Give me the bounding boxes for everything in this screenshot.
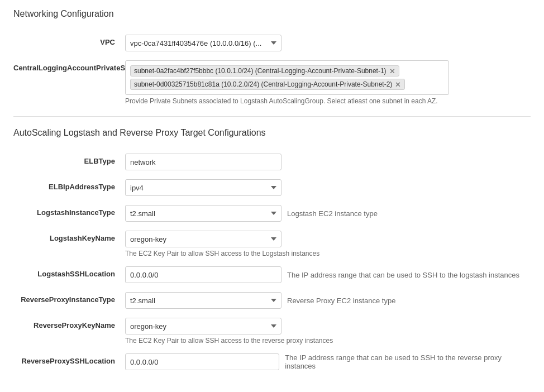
vpc-row: VPC vpc-0ca7431ff4035476e (10.0.0.0/16) …	[13, 35, 531, 51]
elbtype-row: ELBType	[13, 154, 531, 170]
reverseproxy-ssh-hint: The IP address range that can be used to…	[285, 353, 531, 370]
elbtype-input[interactable]	[125, 154, 281, 170]
logstash-keyname-select[interactable]: oregon-key	[125, 231, 281, 247]
subnet-tag-1: subnet-0a2fac4bf27f5bbbc (10.0.1.0/24) (…	[130, 65, 399, 77]
vpc-select[interactable]: vpc-0ca7431ff4035476e (10.0.0.0/16) (...	[125, 35, 281, 51]
logstash-instancetype-control: t2.small t2.medium t2.large t3.small Log…	[125, 205, 531, 222]
reverseproxy-instancetype-select[interactable]: t2.small t2.medium t2.large t3.small	[125, 292, 281, 309]
subnet-tag-2-close[interactable]: ✕	[395, 81, 401, 88]
reverseproxy-keyname-control: oregon-key The EC2 Key Pair to allow SSH…	[125, 318, 531, 345]
elbip-control: ipv4 dualstack	[125, 179, 531, 196]
elbip-label: ELBIpAddressType	[13, 179, 125, 191]
logstash-ssh-hint: The IP address range that can be used to…	[287, 271, 519, 279]
logstash-ssh-input[interactable]	[125, 266, 281, 283]
subnet-tag-2-text: subnet-0d00325715b81c81a (10.0.2.0/24) (…	[134, 80, 392, 88]
subnet-tag-1-close[interactable]: ✕	[389, 68, 395, 75]
logstash-ssh-label: LogstashSSHLocation	[13, 266, 125, 278]
logstash-instancetype-row: LogstashInstanceType t2.small t2.medium …	[13, 205, 531, 222]
subnet-tag-2: subnet-0d00325715b81c81a (10.0.2.0/24) (…	[130, 79, 405, 90]
reverseproxy-keyname-label: ReverseProxyKeyName	[13, 318, 125, 329]
reverseproxy-instancetype-hint: Reverse Proxy EC2 instance type	[287, 297, 395, 305]
reverseproxy-ssh-row: ReverseProxySSHLocation The IP address r…	[13, 353, 531, 370]
logstash-keyname-hint: The EC2 Key Pair to allow SSH access to …	[125, 250, 531, 257]
reverseproxy-ssh-inner: The IP address range that can be used to…	[125, 353, 531, 370]
logstash-instancetype-hint: Logstash EC2 instance type	[287, 209, 378, 218]
subnet-container[interactable]: subnet-0a2fac4bf27f5bbbc (10.0.1.0/24) (…	[125, 60, 449, 95]
reverseproxy-ssh-control: The IP address range that can be used to…	[125, 353, 531, 370]
logstash-ssh-row: LogstashSSHLocation The IP address range…	[13, 266, 531, 283]
subnets-control: subnet-0a2fac4bf27f5bbbc (10.0.1.0/24) (…	[125, 60, 531, 105]
logstash-keyname-label: LogstashKeyName	[13, 231, 125, 242]
reverseproxy-ssh-input[interactable]	[125, 353, 279, 370]
reverseproxy-instancetype-inner: t2.small t2.medium t2.large t3.small Rev…	[125, 292, 531, 309]
subnets-hint: Provide Private Subnets associated to Lo…	[125, 97, 531, 105]
subnets-label: CentralLoggingAccountPrivateSubnets	[13, 60, 125, 72]
logstash-ssh-inner: The IP address range that can be used to…	[125, 266, 531, 283]
reverseproxy-instancetype-label: ReverseProxyInstanceType	[13, 292, 125, 304]
reverseproxy-keyname-select[interactable]: oregon-key	[125, 318, 281, 334]
logstash-ssh-control: The IP address range that can be used to…	[125, 266, 531, 283]
section-divider	[13, 116, 531, 117]
reverseproxy-keyname-row: ReverseProxyKeyName oregon-key The EC2 K…	[13, 318, 531, 345]
elbtype-label: ELBType	[13, 154, 125, 165]
subnet-tag-1-text: subnet-0a2fac4bf27f5bbbc (10.0.1.0/24) (…	[134, 67, 386, 75]
reverseproxy-ssh-label: ReverseProxySSHLocation	[13, 353, 125, 365]
logstash-instancetype-select[interactable]: t2.small t2.medium t2.large t3.small	[125, 205, 281, 222]
logstash-keyname-row: LogstashKeyName oregon-key The EC2 Key P…	[13, 231, 531, 257]
networking-section: Networking Configuration VPC vpc-0ca7431…	[13, 9, 531, 105]
reverseproxy-instancetype-control: t2.small t2.medium t2.large t3.small Rev…	[125, 292, 531, 309]
logstash-keyname-control: oregon-key The EC2 Key Pair to allow SSH…	[125, 231, 531, 257]
autoscaling-section: AutoScaling Logstash and Reverse Proxy T…	[13, 128, 531, 370]
autoscaling-title: AutoScaling Logstash and Reverse Proxy T…	[13, 128, 531, 144]
elbip-select[interactable]: ipv4 dualstack	[125, 179, 281, 196]
reverseproxy-keyname-hint: The EC2 Key Pair to allow SSH access to …	[125, 337, 531, 345]
vpc-label: VPC	[13, 35, 125, 46]
vpc-control: vpc-0ca7431ff4035476e (10.0.0.0/16) (...	[125, 35, 531, 51]
elbtype-control	[125, 154, 531, 170]
reverseproxy-instancetype-row: ReverseProxyInstanceType t2.small t2.med…	[13, 292, 531, 309]
elbip-row: ELBIpAddressType ipv4 dualstack	[13, 179, 531, 196]
logstash-instancetype-inner: t2.small t2.medium t2.large t3.small Log…	[125, 205, 531, 222]
subnets-row: CentralLoggingAccountPrivateSubnets subn…	[13, 60, 531, 105]
networking-title: Networking Configuration	[13, 9, 531, 25]
logstash-instancetype-label: LogstashInstanceType	[13, 205, 125, 217]
